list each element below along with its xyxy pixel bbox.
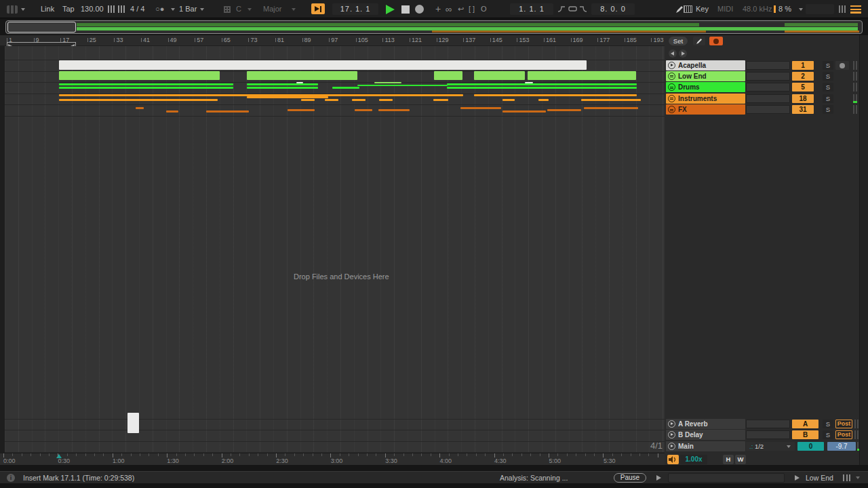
return-track-a[interactable]: A Reverb A S Post bbox=[665, 419, 859, 429]
track-mixer-slot[interactable] bbox=[746, 72, 790, 81]
group-track-icon[interactable] bbox=[668, 95, 675, 102]
clip-fx[interactable] bbox=[460, 107, 501, 109]
return-b-activator[interactable]: B bbox=[792, 430, 818, 439]
clip-fx[interactable] bbox=[136, 107, 144, 109]
clip-instruments[interactable] bbox=[538, 99, 549, 101]
track-name-low-end[interactable]: Low End bbox=[666, 71, 745, 81]
tempo-field[interactable]: 130.00 bbox=[81, 0, 104, 18]
clip-drums[interactable] bbox=[332, 87, 359, 89]
zoom-width-button[interactable]: W bbox=[735, 455, 746, 464]
zoom-level-field[interactable]: 1.00x bbox=[680, 455, 707, 464]
track-header-acapella[interactable]: Acapella1S bbox=[665, 60, 859, 70]
track-solo-button[interactable]: S bbox=[823, 83, 833, 92]
unfold-track-icon[interactable] bbox=[668, 431, 675, 439]
output-caret-icon[interactable] bbox=[856, 476, 860, 479]
clip-instruments[interactable] bbox=[474, 94, 637, 96]
midi-map-button[interactable]: MIDI bbox=[717, 0, 733, 18]
output-play-icon[interactable] bbox=[795, 475, 800, 481]
resume-arrow-icon[interactable] bbox=[656, 475, 661, 481]
group-track-icon[interactable] bbox=[668, 73, 675, 80]
quantization-menu[interactable]: 1 Bar bbox=[179, 0, 197, 18]
track-header-instruments[interactable]: Instruments18S bbox=[665, 94, 859, 104]
key-map-button[interactable]: Key bbox=[696, 0, 709, 18]
time-ruler[interactable]: 0:000:301:001:302:002:303:003:304:004:30… bbox=[0, 453, 665, 465]
clip-acapella[interactable] bbox=[59, 60, 587, 70]
return-track-b[interactable]: B Delay B S Post bbox=[665, 430, 859, 440]
track-mixer-slot[interactable] bbox=[746, 83, 790, 92]
track-solo-button[interactable]: S bbox=[823, 72, 833, 81]
nudge-up-icon[interactable] bbox=[118, 5, 125, 13]
track-activator[interactable]: 18 bbox=[792, 94, 814, 103]
arrangement-position-display[interactable]: 17. 1. 1 bbox=[332, 3, 378, 15]
clip-fx[interactable] bbox=[502, 110, 546, 113]
return-b-name[interactable]: B Delay bbox=[666, 430, 745, 440]
clip-instruments[interactable] bbox=[352, 99, 366, 101]
unfold-track-icon[interactable] bbox=[668, 420, 675, 428]
play-button[interactable] bbox=[386, 5, 395, 14]
routing-caret-icon[interactable] bbox=[787, 445, 791, 448]
track-activator[interactable]: 31 bbox=[792, 105, 814, 114]
track-mixer-slot[interactable] bbox=[746, 105, 790, 114]
group-track-icon[interactable] bbox=[668, 83, 675, 91]
clip-fx[interactable] bbox=[584, 107, 638, 109]
clip-instruments[interactable] bbox=[379, 99, 393, 101]
clip-drums[interactable] bbox=[525, 82, 533, 83]
scale-root-field[interactable]: C bbox=[236, 0, 241, 18]
control-surface-icon[interactable] bbox=[7, 5, 18, 14]
clip-fx[interactable] bbox=[206, 110, 249, 113]
clip-fx[interactable] bbox=[378, 109, 410, 111]
metronome-icon[interactable]: ○● bbox=[155, 0, 164, 18]
group-track-icon[interactable] bbox=[668, 106, 675, 113]
next-marker-button[interactable] bbox=[679, 49, 687, 58]
clip-fx[interactable] bbox=[166, 110, 178, 113]
preview-speaker-button[interactable] bbox=[667, 455, 679, 464]
time-signature-field[interactable]: 4 / 4 bbox=[130, 0, 144, 18]
clip-drums[interactable] bbox=[59, 83, 233, 85]
main-pan-knob[interactable]: 0 bbox=[797, 442, 824, 451]
control-surface-caret-icon[interactable] bbox=[21, 8, 25, 11]
clip-drums[interactable] bbox=[296, 82, 303, 83]
track-solo-button[interactable]: S bbox=[823, 61, 833, 70]
clip-drums[interactable] bbox=[374, 82, 401, 83]
record-button[interactable] bbox=[415, 5, 424, 14]
track-header-drums[interactable]: Drums5S bbox=[665, 82, 859, 92]
clip-low-end[interactable] bbox=[247, 71, 357, 80]
beat-time-ruler[interactable]: 1917253341495765738189971051131211291371… bbox=[0, 35, 665, 46]
track-arm-button[interactable] bbox=[835, 61, 849, 70]
return-a-post-toggle[interactable]: Post bbox=[835, 420, 852, 428]
main-output-routing[interactable]: .: 1/2 bbox=[746, 442, 795, 451]
track-mixer-slot[interactable] bbox=[746, 61, 790, 70]
clip-instruments[interactable] bbox=[433, 99, 448, 101]
tap-tempo-button[interactable]: Tap bbox=[62, 0, 75, 18]
arrangement-overview[interactable] bbox=[5, 20, 863, 34]
clip-instruments[interactable] bbox=[581, 99, 641, 101]
cpu-load-value[interactable]: 8 % bbox=[778, 0, 791, 18]
clip-drums[interactable] bbox=[447, 87, 637, 89]
main-volume-field[interactable]: -9.7 bbox=[827, 442, 856, 451]
clip-drums[interactable] bbox=[247, 87, 318, 89]
punch-in-icon[interactable] bbox=[558, 6, 566, 12]
pause-analysis-button[interactable]: Pause bbox=[614, 473, 646, 483]
clip-low-end[interactable] bbox=[474, 71, 525, 80]
clip-instruments[interactable] bbox=[502, 99, 515, 101]
capture-loop-icon[interactable]: O bbox=[481, 0, 487, 18]
clip-drums[interactable] bbox=[59, 87, 233, 89]
track-name-acapella[interactable]: Acapella bbox=[666, 60, 745, 70]
clip-instruments[interactable] bbox=[325, 99, 338, 101]
main-track-name[interactable]: Main bbox=[666, 441, 745, 451]
nudge-down-icon[interactable] bbox=[108, 5, 115, 13]
unfold-track-icon[interactable] bbox=[668, 62, 675, 69]
clip-low-end[interactable] bbox=[528, 71, 636, 80]
clip-low-end[interactable] bbox=[59, 71, 220, 80]
clip-drums[interactable] bbox=[447, 83, 637, 85]
stop-button[interactable] bbox=[401, 5, 410, 14]
track-solo-button[interactable]: S bbox=[823, 105, 833, 114]
back-to-arrangement-button[interactable] bbox=[709, 37, 723, 45]
automation-pencil-button[interactable] bbox=[693, 37, 705, 45]
overdub-plus-icon[interactable]: + bbox=[435, 0, 441, 18]
set-locator-button[interactable]: Set bbox=[669, 37, 688, 45]
return-b-mixer-slot[interactable] bbox=[746, 430, 790, 439]
cpu-caret-icon[interactable] bbox=[799, 8, 803, 11]
metronome-caret-icon[interactable] bbox=[171, 8, 175, 11]
output-track-name[interactable]: Low End bbox=[806, 472, 833, 484]
